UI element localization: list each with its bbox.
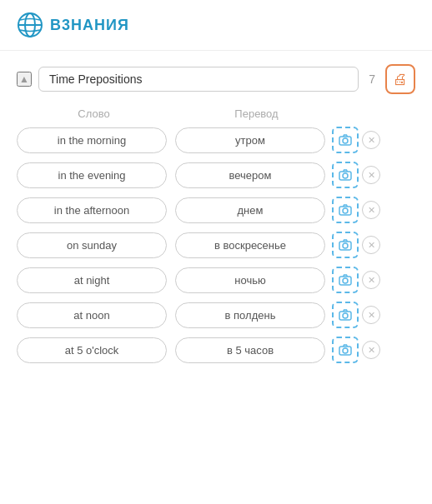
delete-button[interactable]: ✕ [362, 131, 380, 149]
svg-point-8 [343, 208, 348, 213]
add-image-button[interactable] [332, 337, 359, 363]
close-icon: ✕ [368, 276, 375, 285]
close-icon: ✕ [368, 311, 375, 320]
column-headers: Слово Перевод [17, 107, 415, 127]
row-actions: ✕ [332, 232, 380, 258]
svg-point-4 [343, 138, 348, 143]
camera-icon [339, 134, 352, 146]
collapse-button[interactable]: ▲ [17, 72, 32, 87]
word-column-header: Слово [17, 107, 171, 120]
table-row: on sunday в воскресенье ✕ [17, 232, 415, 258]
add-image-button[interactable] [332, 127, 359, 153]
word-cell[interactable]: at night [17, 267, 167, 293]
row-actions: ✕ [332, 302, 380, 328]
translation-cell[interactable]: вечером [175, 162, 325, 188]
row-actions: ✕ [332, 267, 380, 293]
row-actions: ✕ [332, 197, 380, 223]
close-icon: ✕ [368, 171, 375, 180]
delete-button[interactable]: ✕ [362, 236, 380, 254]
logo-icon [17, 12, 43, 38]
close-icon: ✕ [368, 206, 375, 215]
camera-icon [339, 344, 352, 356]
svg-point-6 [343, 173, 348, 178]
row-actions: ✕ [332, 162, 380, 188]
camera-icon [339, 309, 352, 321]
logo-text: В3НАНИЯ [50, 17, 129, 34]
word-count: 7 [369, 72, 375, 86]
print-button[interactable]: 🖨 [385, 64, 415, 94]
close-icon: ✕ [368, 241, 375, 250]
translation-cell[interactable]: в воскресенье [175, 232, 325, 258]
delete-button[interactable]: ✕ [362, 341, 380, 359]
translation-cell[interactable]: утром [175, 127, 325, 153]
camera-icon [339, 239, 352, 251]
word-cell[interactable]: in the morning [17, 127, 167, 153]
svg-point-10 [343, 243, 348, 248]
word-cell[interactable]: at 5 o'clock [17, 337, 167, 363]
svg-point-16 [343, 348, 348, 353]
table-row: in the afternoon днем ✕ [17, 197, 415, 223]
close-icon: ✕ [368, 346, 375, 355]
add-image-button[interactable] [332, 162, 359, 188]
table-row: at 5 o'clock в 5 часов ✕ [17, 337, 415, 363]
print-icon: 🖨 [393, 71, 408, 88]
row-actions: ✕ [332, 337, 380, 363]
delete-button[interactable]: ✕ [362, 166, 380, 184]
table-row: in the evening вечером ✕ [17, 162, 415, 188]
title-bar: ▲ 7 🖨 [17, 64, 415, 94]
camera-icon [339, 169, 352, 181]
row-actions: ✕ [332, 127, 380, 153]
add-image-button[interactable] [332, 232, 359, 258]
header: В3НАНИЯ [0, 0, 432, 51]
table-row: at night ночью ✕ [17, 267, 415, 293]
delete-button[interactable]: ✕ [362, 271, 380, 289]
table-row: at noon в полдень ✕ [17, 302, 415, 328]
set-title-input[interactable] [38, 67, 359, 92]
close-icon: ✕ [368, 136, 375, 145]
translation-cell[interactable]: в полдень [175, 302, 325, 328]
camera-icon [339, 204, 352, 216]
add-image-button[interactable] [332, 302, 359, 328]
svg-point-12 [343, 278, 348, 283]
word-cell[interactable]: in the evening [17, 162, 167, 188]
translation-cell[interactable]: днем [175, 197, 325, 223]
delete-button[interactable]: ✕ [362, 201, 380, 219]
delete-button[interactable]: ✕ [362, 306, 380, 324]
add-image-button[interactable] [332, 267, 359, 293]
translation-cell[interactable]: ночью [175, 267, 325, 293]
add-image-button[interactable] [332, 197, 359, 223]
main-content: ▲ 7 🖨 Слово Перевод in the morning утром [0, 51, 432, 385]
word-cell[interactable]: in the afternoon [17, 197, 167, 223]
translation-column-header: Перевод [179, 107, 334, 120]
translation-cell[interactable]: в 5 часов [175, 337, 325, 363]
word-cell[interactable]: on sunday [17, 232, 167, 258]
vocabulary-list: in the morning утром ✕ in the evening ве… [17, 127, 415, 363]
svg-point-14 [343, 313, 348, 318]
table-row: in the morning утром ✕ [17, 127, 415, 153]
word-cell[interactable]: at noon [17, 302, 167, 328]
camera-icon [339, 274, 352, 286]
